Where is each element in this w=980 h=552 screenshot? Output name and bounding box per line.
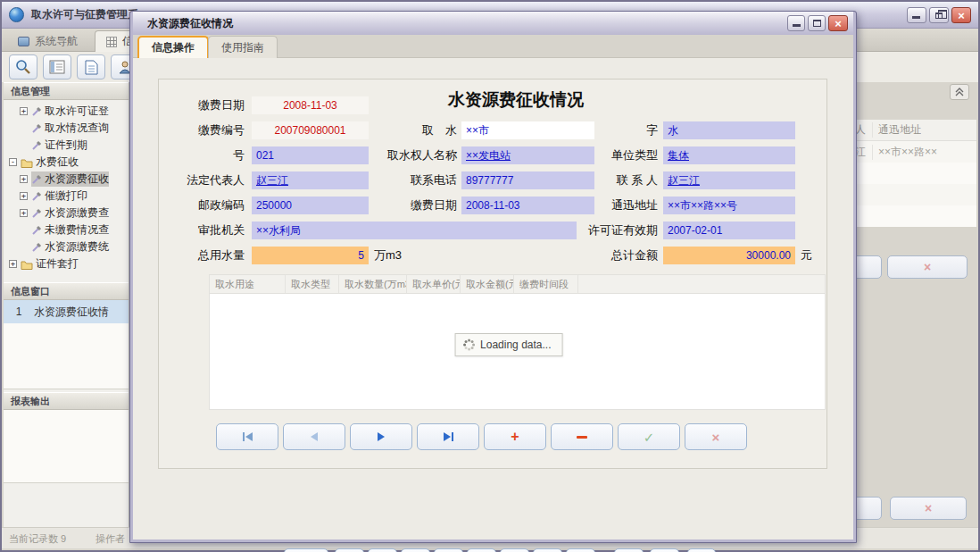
print-preview-button[interactable] [650,548,679,552]
unit-type-field[interactable]: 集体 [663,146,795,164]
zi-field[interactable]: 水 [663,121,795,139]
tree-item[interactable]: 未缴费情况查 [4,222,129,238]
contact-field[interactable]: 赵三江 [663,171,795,189]
report-output-list [4,410,129,483]
cancel-button[interactable]: × [566,548,595,552]
field-label: 号 [159,146,245,164]
grid-column[interactable]: 取水数量(万m3) [339,275,407,293]
sidebar-header-window: 信息窗口 [4,282,129,300]
field-label: 法定代表人 [159,171,245,189]
tab-system-navigation[interactable]: 系统导航 [7,30,88,52]
field-label: 取 水 [378,121,457,139]
edit-button[interactable] [500,548,529,552]
tree-item[interactable]: 取水情况查询 [4,120,129,137]
report-button[interactable] [43,54,71,79]
tree-item[interactable]: + 催缴打印 [4,188,129,205]
search-button[interactable] [9,54,37,79]
x-icon: × [925,501,932,515]
delete-record-button[interactable] [551,423,613,450]
dialog-titlebar[interactable]: 水资源费征收情况 × [133,12,853,35]
field-label: 总用水量 [159,247,245,264]
application-window: 取水许可与征费管理系 × 系统导航 信息 [0,0,980,552]
tree-folder[interactable]: - 水费征收 [4,154,129,171]
last-record-button[interactable] [417,423,479,450]
dialog-minimize-button[interactable] [787,15,805,31]
intake-field[interactable]: ××市 [461,121,594,139]
grid-column[interactable]: 取水类型 [286,275,339,293]
confirm-button[interactable]: ✓ [533,548,562,552]
next-record-button[interactable] [350,423,412,450]
grid-column[interactable]: 取水用途 [210,275,286,293]
insert-record-button[interactable]: + [484,423,546,450]
first-button[interactable] [335,548,364,552]
grid-column[interactable]: 取水单价(元) [407,275,461,293]
close-button[interactable]: × [951,7,971,23]
address-field[interactable]: ××市××路××号 [663,197,795,214]
last-button[interactable] [434,548,463,552]
restore-button[interactable] [929,7,949,23]
dialog-close-button[interactable]: × [828,15,848,31]
dialog-body: 水资源费征收情况 缴费日期 2008-11-03 缴费编号 2007090800… [133,58,853,539]
dialog-maximize-button[interactable] [808,15,826,31]
expand-icon[interactable]: + [9,260,17,268]
valid-date-field[interactable]: 2007-02-01 [663,222,795,239]
background-cancel-button[interactable]: × [890,497,967,520]
minimize-button[interactable] [907,7,926,23]
record-navigator: + ✓ × [216,423,747,450]
phone-field[interactable]: 89777777 [461,171,594,189]
tab-info-operation[interactable]: 信息操作 [137,36,209,58]
legal-rep-field[interactable]: 赵三江 [252,171,369,189]
tool-icon [31,191,42,202]
column-header-address[interactable]: 通迅地址 [873,122,921,138]
tree-item-selected[interactable]: + 水资源费征收 [4,171,129,188]
tree-item[interactable]: + 水资源缴费查 [4,205,129,222]
folder-icon [21,157,33,168]
tree-item[interactable]: 水资源缴费统 [4,238,129,255]
tree-folder[interactable]: + 证件套打 [4,255,129,272]
expand-icon[interactable]: + [20,107,28,115]
field-label: 许可证有效期 [561,222,658,239]
field-label: 缴费日期 [159,96,245,114]
expand-icon[interactable]: + [20,192,28,200]
document-button[interactable] [77,54,105,79]
loading-text: Loading data... [480,339,551,351]
run-button[interactable] [687,548,716,552]
hao-field[interactable]: 021 [252,146,369,164]
pay-date2-field[interactable]: 2008-11-03 [461,197,594,214]
info-window-item[interactable]: 1 水资源费征收情 [4,300,129,323]
folder-icon [21,259,33,270]
form-title: 水资源费征收情况 [409,88,623,112]
tab-user-guide[interactable]: 使用指南 [208,36,278,58]
post-record-button[interactable]: ✓ [618,423,680,450]
expand-icon[interactable]: + [20,209,28,217]
postcode-field[interactable]: 250000 [252,197,369,214]
total-amount-field[interactable]: 30000.00 [663,247,795,264]
grid-column[interactable]: 缴费时间段 [514,275,578,293]
unit-label: 万m3 [374,247,402,264]
next-button[interactable] [401,548,430,552]
tree-item[interactable]: 证件到期 [4,137,129,154]
first-record-button[interactable] [216,423,278,450]
field-label: 联 系 人 [602,171,658,189]
pay-date-field[interactable]: 2008-11-03 [252,96,369,114]
delete-button[interactable] [467,548,496,552]
collapse-expand-icon[interactable]: - [9,158,17,166]
x-icon: × [712,431,720,444]
prev-record-button[interactable] [283,423,345,450]
total-water-field[interactable]: 5 [252,247,369,264]
collapse-panel-button[interactable] [950,84,969,100]
expand-icon[interactable]: + [20,175,28,183]
prev-button[interactable] [368,548,397,552]
holder-field[interactable]: ××发电站 [461,146,594,164]
approve-org-field[interactable]: ××水利局 [252,222,577,239]
table-row[interactable]: 江 ××市××路×× [841,141,976,163]
field-label: 取水权人名称 [378,146,457,164]
print-button[interactable] [614,548,644,552]
background-cancel-button[interactable]: × [887,255,968,279]
pay-no-field[interactable]: 200709080001 [252,121,369,139]
grid-column[interactable]: 取水金额(元) [461,275,514,293]
cancel-record-button[interactable]: × [685,423,747,450]
add-button[interactable]: 增加 [284,548,328,552]
tree-item[interactable]: + 取水许可证登 [4,103,129,120]
sidebar: 信息管理 + 取水许可证登 取水情况查询 证件到期 - 水费征收 [4,82,129,527]
